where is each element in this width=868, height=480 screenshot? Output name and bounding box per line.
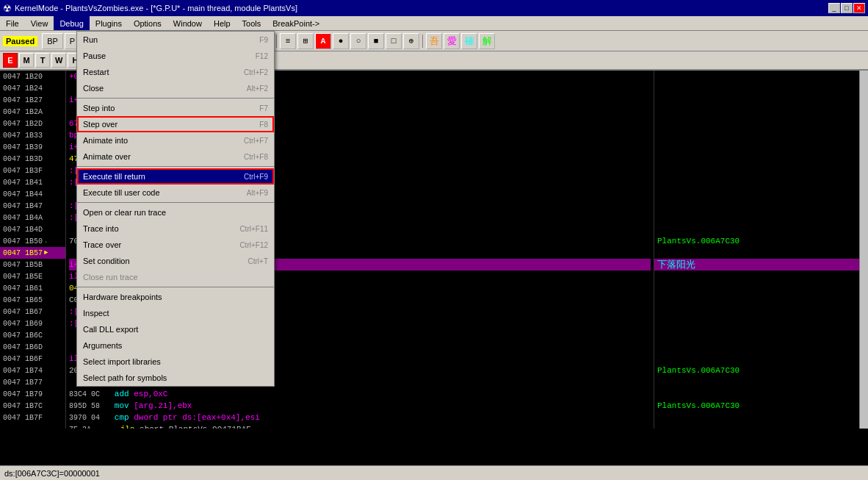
menu-pause[interactable]: Pause F12	[77, 48, 274, 64]
menu-execute-till-return[interactable]: Execute till return Ctrl+F9	[77, 168, 274, 185]
menu-file[interactable]: File	[0, 16, 25, 30]
vertical-scrollbar[interactable]	[859, 71, 868, 429]
icon-btn-3[interactable]: ●	[333, 33, 349, 49]
menu-step-into[interactable]: Step into F7	[77, 100, 274, 116]
title-icon: ☢	[3, 3, 12, 14]
icon-chinese-1[interactable]: 吾	[426, 33, 442, 49]
addr-row: 0047 1B39	[0, 141, 65, 153]
menu-trace-into[interactable]: Trace into Ctrl+F11	[77, 221, 274, 237]
addr-row: 0047 1B4D	[0, 223, 65, 235]
menu-execute-till-user-shortcut: Alt+F9	[247, 189, 268, 197]
addr-row: 0047 1B7C	[0, 400, 65, 412]
addr-row: 0047 1B27	[0, 94, 65, 106]
letter-btn-e[interactable]: E	[3, 53, 18, 68]
addr-row: 0047 1B24	[0, 82, 65, 94]
menu-trace-over[interactable]: Trace over Ctrl+F12	[77, 237, 274, 253]
menu-animate-over[interactable]: Animate over Ctrl+F8	[77, 148, 274, 165]
menu-close-run-trace: Close run trace	[77, 269, 274, 285]
icon-btn-5[interactable]: ■	[368, 33, 384, 49]
icon-chinese-3[interactable]: 確	[461, 33, 477, 49]
menu-debug[interactable]: Debug	[54, 16, 89, 30]
menu-execute-till-return-shortcut: Ctrl+F9	[244, 173, 268, 181]
menu-open-run-trace-label: Open or clear run trace	[83, 208, 166, 217]
paused-badge: Paused	[3, 36, 37, 46]
menu-arguments-label: Arguments	[83, 341, 122, 350]
info-comment-3: PlantsVs.006A7C30	[654, 400, 859, 412]
letter-btn-m[interactable]: M	[19, 53, 34, 68]
icon-btn-4[interactable]: ○	[350, 33, 366, 49]
addr-row: 0047 1B5B	[0, 259, 65, 271]
menu-step-over[interactable]: Step over F8	[77, 116, 274, 132]
icon-btn-1[interactable]: ≡	[280, 33, 296, 49]
menu-set-condition[interactable]: Set condition Ctrl+T	[77, 253, 274, 269]
menu-execute-till-return-label: Execute till return	[83, 172, 145, 181]
menu-sep-3	[77, 202, 274, 203]
info-row	[654, 153, 859, 165]
bp-button[interactable]: BP	[42, 33, 63, 49]
menu-call-dll-export[interactable]: Call DLL export	[77, 321, 274, 337]
code-row: 895D 58 mov [arg.21],ebx	[69, 400, 651, 412]
info-row	[654, 141, 859, 153]
menu-run-shortcut: F9	[259, 36, 268, 44]
icon-btn-a[interactable]: A	[315, 33, 331, 49]
menu-breakpoint[interactable]: BreakPoint->	[267, 16, 325, 30]
info-panel: PlantsVs.006A7C30 下落阳光 PlantsVs.006A7C30…	[654, 71, 859, 429]
menu-animate-into[interactable]: Animate into Ctrl+F7	[77, 132, 274, 148]
menu-close[interactable]: Close Alt+F2	[77, 80, 274, 96]
menu-help[interactable]: Help	[208, 16, 236, 30]
info-row	[654, 353, 859, 365]
info-row	[654, 247, 859, 259]
menu-set-condition-label: Set condition	[83, 257, 130, 265]
info-row	[654, 271, 859, 282]
addr-row: 0047 1B67	[0, 306, 65, 318]
menu-inspect[interactable]: Inspect	[77, 305, 274, 321]
menu-execute-till-user[interactable]: Execute till user code Alt+F9	[77, 185, 274, 201]
addr-row-highlighted: 0047 1B57►	[0, 247, 65, 259]
addr-row: 0047 1B33	[0, 129, 65, 141]
menu-sep-1	[77, 98, 274, 98]
info-row	[654, 129, 859, 141]
icon-btn-6[interactable]: □	[386, 33, 402, 49]
menu-restart[interactable]: Restart Ctrl+F2	[77, 64, 274, 80]
icon-chinese-4[interactable]: 解	[479, 33, 495, 49]
menu-step-over-shortcut: F8	[259, 121, 268, 129]
menu-pause-label: Pause	[83, 51, 106, 60]
info-row	[654, 306, 859, 318]
addr-row: 0047 1B7F	[0, 412, 65, 423]
menu-window[interactable]: Window	[167, 16, 208, 30]
menu-arguments[interactable]: Arguments	[77, 337, 274, 354]
letter-btn-t[interactable]: T	[35, 53, 50, 68]
menu-select-path-for-symbols[interactable]: Select path for symbols	[77, 370, 274, 386]
menu-hardware-breakpoints[interactable]: Hardware breakpoints	[77, 289, 274, 305]
icon-btn-2[interactable]: ⊞	[297, 33, 314, 49]
info-row	[654, 223, 859, 235]
menu-run[interactable]: Run F9	[77, 32, 274, 48]
maximize-button[interactable]: □	[841, 3, 853, 13]
info-row	[654, 118, 859, 129]
menu-close-shortcut: Alt+F2	[247, 85, 268, 93]
addr-row: 0047 1B6C	[0, 329, 65, 341]
menu-trace-into-label: Trace into	[83, 224, 119, 233]
icon-btn-7[interactable]: ⊕	[403, 33, 419, 49]
menu-animate-into-label: Animate into	[83, 136, 128, 145]
info-row	[654, 329, 859, 341]
menu-options[interactable]: Options	[128, 16, 167, 30]
menu-tools[interactable]: Tools	[236, 16, 267, 30]
addr-row: 0047 1B44	[0, 188, 65, 200]
menu-select-import-libraries[interactable]: Select import libraries	[77, 354, 274, 370]
info-row	[654, 200, 859, 212]
menu-animate-over-shortcut: Ctrl+F8	[244, 153, 268, 161]
menu-view[interactable]: View	[25, 16, 54, 30]
addr-row: 0047 1B69	[0, 318, 65, 329]
close-button[interactable]: ✕	[853, 3, 865, 13]
debug-dropdown-menu: Run F9 Pause F12 Restart Ctrl+F2 Close A…	[76, 31, 275, 387]
icon-chinese-2[interactable]: 愛	[444, 33, 460, 49]
menu-set-condition-shortcut: Ctrl+T	[248, 257, 269, 265]
menu-plugins[interactable]: Plugins	[90, 16, 128, 30]
letter-btn-w[interactable]: W	[51, 53, 66, 68]
info-row	[654, 94, 859, 106]
menu-open-run-trace[interactable]: Open or clear run trace	[77, 204, 274, 221]
info-comment-1: PlantsVs.006A7C30	[654, 235, 859, 247]
menu-select-path-for-symbols-label: Select path for symbols	[83, 373, 167, 382]
minimize-button[interactable]: _	[828, 3, 840, 13]
